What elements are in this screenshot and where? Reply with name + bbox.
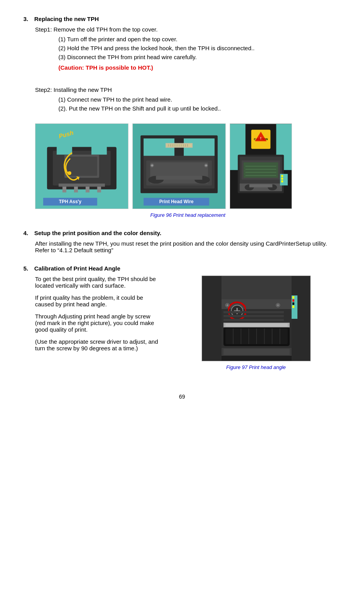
section-5-title: Calibration of Print Head Angle (34, 265, 120, 272)
section-5-content: To get the best print quality, the TPH s… (35, 276, 341, 370)
figures-row: Push TPH Ass'y (35, 123, 341, 209)
svg-rect-67 (249, 184, 272, 187)
page-number: 69 (23, 394, 341, 400)
step1-item-1: (1) Turn off the printer and open the to… (58, 36, 341, 42)
svg-rect-11 (62, 187, 66, 193)
figure-96-caption: Figure 96 Print head replacement (35, 212, 341, 218)
svg-rect-74 (202, 276, 222, 361)
section-5-text: To get the best print quality, the TPH s… (35, 276, 160, 370)
section-5-number: 5. (23, 265, 32, 272)
svg-rect-71 (281, 181, 283, 183)
svg-rect-108 (223, 311, 284, 313)
section-5: 5. Calibration of Print Head Angle To ge… (23, 265, 341, 370)
svg-text:Print Head  Wire: Print Head Wire (159, 199, 194, 204)
svg-rect-3 (57, 143, 72, 155)
svg-rect-107 (223, 349, 290, 355)
svg-rect-104 (292, 302, 294, 305)
section-5-para3: Through Adjusting print head angle by sc… (35, 313, 160, 333)
figure-97 (202, 276, 311, 361)
section-3-body: Step1: Remove the old TPH from the top c… (35, 26, 341, 218)
svg-rect-103 (292, 299, 294, 302)
svg-rect-13 (86, 187, 90, 193)
figure-1-tph: Push TPH Ass'y (35, 123, 128, 209)
step2-item-1: (1) Connect new TPH to the print head wi… (58, 96, 341, 103)
svg-text:!: ! (260, 136, 261, 140)
figure-3-caution: CAUTION ! (230, 123, 292, 209)
section-4-heading: 4. Setup the print position and the colo… (23, 230, 341, 236)
section-3-title: Replacing the new TPH (34, 16, 99, 22)
section-3-number: 3. (23, 16, 32, 22)
svg-rect-12 (74, 187, 78, 193)
section-5-figure: Figure 97 Print head angle (171, 276, 341, 370)
section-4-title: Setup the print position and the color d… (34, 230, 161, 236)
step2-item-2: (2). Put the new TPH on the Shift and pu… (58, 105, 341, 112)
step1-label: Step1: Remove the old TPH from the top c… (35, 26, 341, 33)
section-4-body: After installing the new TPH, you must r… (35, 240, 341, 253)
svg-rect-70 (281, 178, 283, 180)
svg-point-7 (67, 171, 71, 175)
svg-rect-102 (292, 296, 294, 299)
svg-rect-14 (97, 187, 101, 193)
section-4-number: 4. (23, 230, 32, 236)
section-4: 4. Setup the print position and the colo… (23, 230, 341, 253)
svg-rect-10 (59, 184, 105, 187)
step1-item-2: (2) Hold the TPH and press the locked ho… (58, 45, 341, 51)
svg-rect-40 (156, 176, 202, 180)
section-3-heading: 3. Replacing the new TPH (23, 16, 341, 22)
step2-label: Step2: Installing the new TPH (35, 86, 341, 93)
section-5-para2: If print quality has the problem, it cou… (35, 294, 160, 308)
section-3: 3. Replacing the new TPH Step1: Remove t… (23, 16, 341, 218)
section-5-para1: To get the best print quality, the TPH s… (35, 276, 160, 289)
section-4-text: After installing the new TPH, you must r… (35, 240, 341, 253)
svg-rect-105 (292, 306, 294, 308)
figure-97-caption: Figure 97 Print head angle (226, 364, 286, 370)
section-5-para4: (Use the appropriate screw driver to adj… (35, 338, 160, 351)
svg-rect-110 (223, 319, 284, 321)
figure-2-print-head-wire: Print Head Wire (132, 123, 226, 209)
section-5-heading: 5. Calibration of Print Head Angle (23, 265, 341, 272)
step1-item-3: (3) Disconnect the TPH from print head w… (58, 54, 341, 60)
svg-text:TPH Ass'y: TPH Ass'y (59, 199, 81, 204)
svg-rect-4 (91, 143, 107, 155)
caution-text: (Caution: TPH is possible to HOT.) (58, 64, 341, 71)
svg-rect-69 (281, 175, 283, 177)
svg-rect-109 (223, 315, 284, 317)
svg-rect-88 (225, 323, 288, 327)
